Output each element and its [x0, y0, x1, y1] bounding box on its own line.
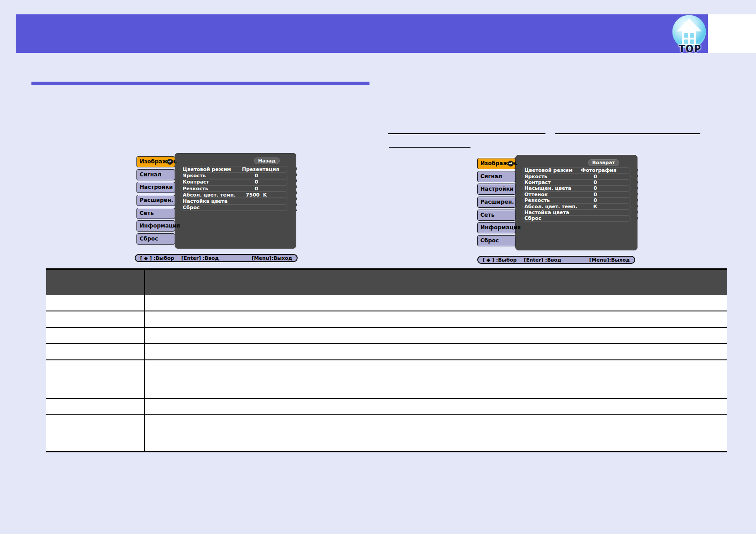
osd-item-row: Яркость 0: [180, 172, 288, 179]
table-cell: [145, 415, 727, 451]
table-cell: [145, 360, 727, 398]
osd-statusbar-right: [ ◆ ] :Выбор [Enter] :Ввод [Menu]:Выход: [477, 256, 635, 264]
table-cell: [145, 399, 727, 414]
osd-tab-settings: Настройки: [477, 184, 516, 195]
osd-item-value: 0: [581, 185, 610, 191]
table-row: [46, 399, 727, 415]
osd-tab-image: Изображен. ↵: [477, 158, 516, 169]
osd-item-row: Яркость 0: [522, 173, 631, 179]
osd-item-row: Настойка цвета: [522, 210, 631, 215]
table-cell: [46, 415, 145, 451]
table-cell: [46, 311, 145, 327]
link-underline[interactable]: [555, 133, 700, 134]
osd-item-value: 0: [581, 174, 610, 179]
table-cell: [46, 344, 145, 359]
osd-tab-image: Изображен. ↵: [136, 156, 175, 167]
osd-tab-reset: Сброс: [136, 233, 175, 245]
table-cell: [145, 344, 727, 359]
osd-item-list: Цветовой режим Презентация Яркость 0 Кон…: [180, 166, 288, 211]
osd-list-edge-decoration: [294, 166, 299, 211]
osd-screenshot-left: Назад Цветовой режим Презентация Яркость…: [136, 153, 298, 248]
osd-item-list: Цветовой режим Фотография Яркость 0 Конт…: [522, 167, 631, 222]
osd-panel: Назад Цветовой режим Презентация Яркость…: [175, 153, 296, 249]
osd-tab-label: Сброс: [480, 237, 499, 244]
osd-tab-extended: Расширен.: [136, 195, 175, 206]
osd-item-row: Резкость 0: [522, 197, 631, 203]
table-row: [46, 328, 727, 344]
section-title-rule: [31, 82, 369, 85]
osd-item-value: К: [581, 204, 610, 210]
osd-panel: Возврат Цветовой режим Фотография Яркост…: [515, 155, 637, 250]
osd-tab-label: Настройки: [480, 186, 514, 192]
osd-tab-label: Информация: [140, 223, 180, 229]
header-corner: [708, 14, 756, 53]
osd-item-value: 0: [242, 179, 271, 185]
osd-tab-signal: Сигнал: [136, 169, 175, 180]
osd-statusbar-left: [ ◆ ] :Выбор [Enter] :Ввод [Menu]:Выход: [135, 254, 298, 262]
link-underline[interactable]: [389, 147, 470, 148]
osd-item-row: Цветовой режим Презентация: [180, 166, 288, 172]
osd-item-row: Абсол. цвет. темп. 7500 K: [180, 192, 288, 198]
table-header-cell: [145, 270, 727, 295]
osd-tab-label: Сеть: [140, 210, 154, 216]
header-bar: [16, 14, 708, 53]
osd-item-label: Яркость: [183, 173, 206, 179]
osd-item-row: Сброс: [522, 215, 631, 221]
table-cell: [46, 360, 145, 398]
table-header-cell: [46, 270, 145, 295]
osd-tab-label: Информация: [480, 224, 521, 231]
osd-item-value: 0: [581, 192, 610, 197]
key-hint-enter: [Enter] :Ввод: [524, 257, 562, 263]
osd-list-edge-decoration: [635, 167, 640, 222]
osd-item-label: Сброс: [183, 205, 200, 210]
osd-item-label: Абсол. цвет. темп.: [183, 192, 236, 198]
table-cell: [145, 311, 727, 327]
key-hint-exit: [Menu]:Выход: [589, 257, 630, 263]
osd-item-label: Резкость: [183, 186, 208, 192]
osd-item-row: Настойка цвета: [180, 198, 288, 204]
table-row: [46, 344, 727, 360]
osd-item-label: Цветовой режим: [183, 166, 231, 172]
osd-tab-label: Сигнал: [140, 171, 162, 178]
osd-item-label: Оттенок: [524, 192, 548, 197]
osd-item-row: Контраст 0: [180, 179, 288, 185]
osd-item-row: Насыщен. цвета 0: [522, 185, 631, 191]
link-underline[interactable]: [388, 133, 545, 134]
osd-item-label: Яркость: [524, 174, 547, 179]
table-cell: [46, 328, 145, 343]
osd-item-row: Оттенок 0: [522, 192, 631, 197]
osd-item-label: Настойка цвета: [183, 198, 228, 204]
table-cell: [46, 399, 145, 414]
osd-item-value: 0: [242, 173, 271, 179]
osd-item-label: Контраст: [524, 179, 551, 185]
osd-tab-extended: Расширен.: [477, 197, 516, 208]
osd-item-value: 7500 K: [242, 192, 271, 198]
osd-tab-settings: Настройки: [136, 182, 175, 193]
osd-item-label: Цветовой режим: [524, 167, 573, 173]
osd-tab-label: Сеть: [480, 212, 495, 218]
table-cell: [145, 295, 727, 311]
osd-item-row: Контраст 0: [522, 179, 631, 185]
osd-item-label: Контраст: [183, 179, 209, 185]
osd-tab-label: Расширен.: [140, 197, 173, 203]
osd-tab-network: Сеть: [136, 208, 175, 219]
osd-tab-signal: Сигнал: [477, 171, 516, 182]
manual-page: TOP Назад Цветовой режим Презентация Ярк…: [0, 0, 756, 534]
osd-back-button: Назад: [254, 158, 280, 164]
key-hint-select: [ ◆ ] :Выбор: [483, 257, 517, 263]
key-hint-enter: [Enter] :Ввод: [181, 255, 219, 261]
osd-item-label: Сброс: [524, 215, 541, 221]
osd-tab-network: Сеть: [477, 210, 516, 221]
osd-tab-label: Настройки: [140, 184, 173, 190]
top-label: TOP: [672, 44, 708, 54]
osd-item-value: Презентация: [242, 166, 271, 172]
osd-item-row: Сброс: [180, 205, 288, 211]
settings-table: [46, 268, 727, 452]
osd-item-value: Фотография: [581, 167, 610, 173]
table-row: [46, 415, 727, 451]
top-link[interactable]: TOP: [672, 14, 708, 53]
return-icon: ↵: [508, 161, 514, 166]
osd-item-row: Цветовой режим Фотография: [522, 167, 631, 173]
key-hint-select: [ ◆ ] :Выбор: [140, 255, 174, 261]
osd-screenshot-right: Возврат Цветовой режим Фотография Яркост…: [477, 155, 639, 249]
